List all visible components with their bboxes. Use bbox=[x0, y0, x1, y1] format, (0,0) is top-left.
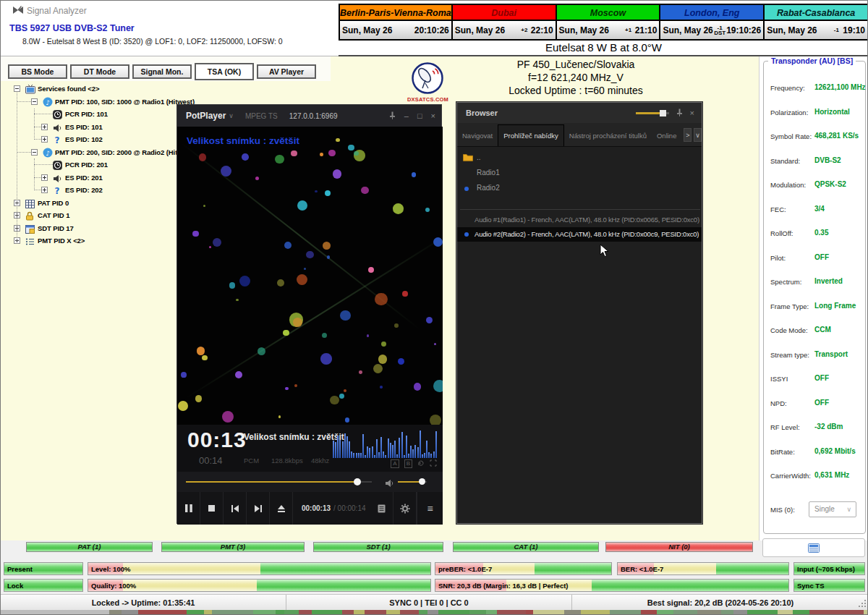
clock-time-row: Sun, May 2620:10:26 bbox=[340, 21, 451, 39]
maximize-icon[interactable]: □ bbox=[417, 111, 422, 120]
bokeh-dot bbox=[433, 237, 443, 247]
strip-segment bbox=[163, 610, 187, 615]
osd-text: Velikost snímku : zvětšit bbox=[187, 135, 299, 146]
bokeh-dot bbox=[394, 323, 399, 328]
opacity-slider[interactable] bbox=[636, 112, 669, 114]
previous-button[interactable] bbox=[224, 492, 247, 525]
tab-dt-mode[interactable]: DT Mode bbox=[70, 64, 129, 79]
bokeh-dot bbox=[235, 371, 242, 378]
pin-icon[interactable] bbox=[676, 106, 683, 119]
status-bar: Locked -> Uptime: 01:35:41 SYNC 0 | TEI … bbox=[1, 594, 868, 610]
volume-slider[interactable] bbox=[398, 481, 427, 483]
tab-scroll-right-button[interactable]: > bbox=[684, 128, 692, 142]
browser-titlebar[interactable]: Browser × bbox=[457, 103, 702, 123]
audio-track-label: Audio #2(Radio2) - French, AAC(LATM), 48… bbox=[475, 230, 699, 238]
clock-time-value: 20:10:26 bbox=[414, 25, 449, 35]
volume-icon[interactable] bbox=[385, 478, 394, 491]
menu-icon[interactable]: ≡ bbox=[417, 492, 443, 525]
tree-item-label: PMT PID X <2> bbox=[38, 237, 85, 245]
spectrum-bar bbox=[367, 446, 368, 458]
satellite-dish-logo-icon bbox=[411, 62, 444, 95]
pin-icon[interactable] bbox=[389, 111, 396, 121]
bokeh-dot bbox=[398, 358, 404, 365]
table-icon bbox=[25, 198, 35, 208]
browser-tab-prohl-e-nab-dky[interactable]: Prohlížeč nabídky bbox=[498, 124, 564, 146]
strip-segment bbox=[526, 610, 533, 615]
browser-list-item[interactable]: Radio2 bbox=[457, 181, 702, 196]
browser-list-item[interactable]: Radio1 bbox=[457, 166, 702, 181]
field-value: 0,692 Mbit/s bbox=[814, 447, 856, 455]
si-bar-nit: NIT (0) bbox=[605, 542, 753, 552]
browser-tab-n-stroj-proch-zen-titulk-[interactable]: Nástroj procházení titulků bbox=[564, 125, 652, 146]
clock-utc-offset: -1 bbox=[830, 27, 843, 33]
spectrum-bar bbox=[339, 440, 341, 458]
spectrum-bar bbox=[424, 453, 425, 458]
seek-bar[interactable] bbox=[186, 481, 372, 483]
field-value: 468,281 KS/s bbox=[814, 132, 859, 140]
bokeh-dot bbox=[327, 255, 331, 259]
pause-button[interactable] bbox=[177, 492, 200, 525]
settings-gear-icon[interactable] bbox=[393, 492, 417, 525]
tree-item-label: PCR PID: 101 bbox=[65, 110, 108, 118]
browser-file-list: ..Radio1Radio2 bbox=[457, 150, 702, 196]
si-bar-cat: CAT (1) bbox=[453, 542, 599, 552]
bokeh-dot bbox=[236, 299, 239, 302]
tree-expander-minus[interactable] bbox=[31, 149, 38, 156]
field-label: Symbol Rate: bbox=[770, 132, 812, 140]
chevron-down-icon[interactable]: ∨ bbox=[229, 112, 234, 119]
tree-item-label: PMT PID: 100, SID: 1000 @ Radio1 (Hitwes… bbox=[55, 98, 195, 106]
si-table-button[interactable] bbox=[762, 538, 865, 557]
tab-signal-mon-[interactable]: Signal Mon. bbox=[132, 64, 192, 79]
player-controls: 00:00:13 / 00:00:14 ≡ bbox=[177, 492, 443, 525]
tab-bs-mode[interactable]: BS Mode bbox=[8, 64, 67, 79]
audio-track-item[interactable]: Audio #2(Radio2) - French, AAC(LATM), 48… bbox=[457, 227, 702, 242]
resize-grip[interactable] bbox=[857, 598, 866, 607]
ab-repeat-b-button[interactable]: B bbox=[404, 459, 412, 468]
next-button[interactable] bbox=[247, 492, 270, 525]
tree-expander-plus[interactable] bbox=[41, 174, 48, 181]
strip-segment bbox=[533, 610, 564, 615]
si-bar-pat: PAT (1) bbox=[26, 542, 153, 552]
tab-dropdown-button[interactable]: ∨ bbox=[694, 128, 702, 142]
tree-item[interactable]: Services found <2> bbox=[7, 82, 224, 96]
strip-segment bbox=[721, 610, 733, 615]
loop-icon[interactable] bbox=[417, 459, 425, 468]
browser-tab-navigovat[interactable]: Navigovat bbox=[457, 125, 498, 146]
transponder-field: Pilot:OFF bbox=[764, 247, 865, 272]
opacity-knob[interactable] bbox=[660, 110, 666, 116]
volume-knob[interactable] bbox=[419, 478, 425, 485]
minimize-icon[interactable]: – bbox=[404, 111, 409, 120]
stream-type-label: MPEG TS bbox=[245, 112, 278, 120]
tree-item-label: ES PID: 102 bbox=[65, 135, 103, 143]
close-icon[interactable]: × bbox=[431, 111, 435, 120]
tree-expander-minus[interactable] bbox=[14, 85, 20, 92]
field-value: OFF bbox=[814, 399, 829, 407]
tree-expander-plus[interactable] bbox=[41, 124, 48, 130]
transponder-field: Frequency:12621,100 MHz bbox=[764, 77, 865, 102]
field-label: RF Level: bbox=[770, 423, 800, 431]
seek-knob[interactable] bbox=[354, 478, 361, 485]
tab-tsa-ok-[interactable]: TSA (OK) bbox=[195, 63, 254, 80]
tree-expander-plus[interactable] bbox=[41, 136, 48, 143]
stop-button[interactable] bbox=[200, 492, 224, 525]
close-icon[interactable]: × bbox=[690, 109, 694, 117]
status-label: Sync TS bbox=[797, 582, 825, 590]
bokeh-dot bbox=[297, 200, 307, 211]
browser-list-item[interactable]: .. bbox=[457, 150, 702, 166]
potplayer-titlebar[interactable]: PotPlayer ∨ MPEG TS 127.0.0.1:6969 – □ × bbox=[177, 105, 441, 127]
tree-connector bbox=[34, 164, 53, 165]
ab-repeat-a-button[interactable]: A bbox=[391, 459, 399, 468]
clock-2: DubaiSun, May 26+222:10 bbox=[453, 5, 557, 39]
tab-av-player[interactable]: AV Player bbox=[257, 64, 316, 79]
audio-track-item[interactable]: Audio #1(Radio1) - French, AAC(LATM), 48… bbox=[457, 213, 702, 227]
browser-tab-online[interactable]: Online bbox=[652, 125, 681, 146]
status-bar-ber: BER: <1.0E-7 bbox=[617, 562, 789, 575]
fullscreen-icon[interactable] bbox=[430, 459, 437, 468]
eject-button[interactable] bbox=[270, 492, 293, 525]
tree-expander-plus[interactable] bbox=[41, 187, 48, 193]
tuner-detail: 8.0W - Eutelsat 8 West B (ID: 3520) @ LO… bbox=[22, 37, 283, 46]
playlist-icon[interactable] bbox=[370, 492, 393, 525]
mis-select[interactable]: Single ∨ bbox=[809, 501, 856, 517]
video-area[interactable]: Velikost snímku : zvětšit bbox=[177, 127, 443, 425]
tree-expander-minus[interactable] bbox=[31, 98, 38, 105]
